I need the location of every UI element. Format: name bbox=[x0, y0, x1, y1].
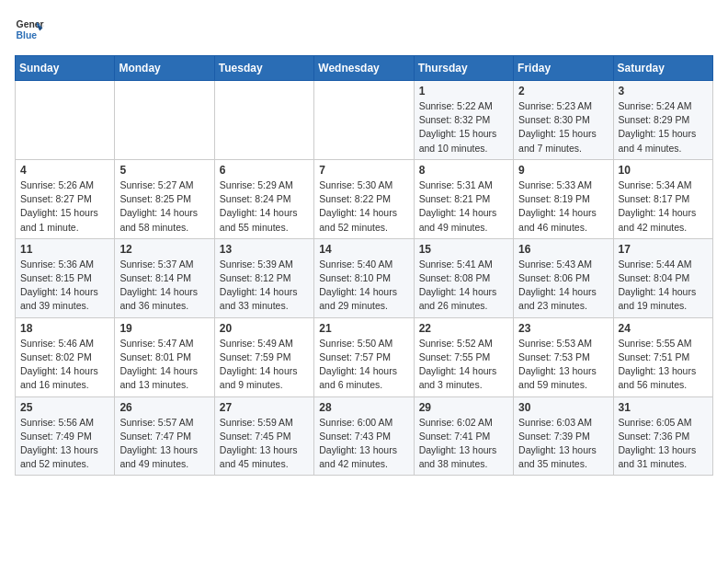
page-header: General Blue bbox=[15, 15, 713, 44]
calendar-week-4: 18Sunrise: 5:46 AM Sunset: 8:02 PM Dayli… bbox=[16, 317, 713, 396]
day-info: Sunrise: 5:22 AM Sunset: 8:32 PM Dayligh… bbox=[419, 99, 508, 155]
day-number: 26 bbox=[119, 401, 209, 414]
day-info: Sunrise: 5:37 AM Sunset: 8:14 PM Dayligh… bbox=[119, 258, 209, 314]
day-number: 25 bbox=[20, 401, 109, 414]
calendar-cell bbox=[16, 81, 115, 160]
calendar-cell: 16Sunrise: 5:43 AM Sunset: 8:06 PM Dayli… bbox=[514, 238, 613, 317]
day-number: 21 bbox=[319, 322, 408, 335]
calendar-cell: 31Sunrise: 6:05 AM Sunset: 7:36 PM Dayli… bbox=[613, 396, 712, 476]
weekday-header-saturday: Saturday bbox=[613, 56, 712, 81]
day-info: Sunrise: 5:24 AM Sunset: 8:29 PM Dayligh… bbox=[619, 99, 708, 155]
calendar-cell: 19Sunrise: 5:47 AM Sunset: 8:01 PM Dayli… bbox=[115, 317, 214, 396]
logo: General Blue bbox=[15, 15, 48, 44]
calendar-cell: 13Sunrise: 5:39 AM Sunset: 8:12 PM Dayli… bbox=[214, 238, 313, 317]
calendar-cell: 18Sunrise: 5:46 AM Sunset: 8:02 PM Dayli… bbox=[16, 317, 115, 396]
weekday-header-monday: Monday bbox=[115, 56, 214, 81]
day-number: 6 bbox=[220, 164, 309, 177]
weekday-header-wednesday: Wednesday bbox=[314, 56, 414, 81]
day-number: 28 bbox=[319, 401, 408, 414]
calendar-cell: 9Sunrise: 5:33 AM Sunset: 8:19 PM Daylig… bbox=[514, 159, 613, 238]
day-number: 2 bbox=[518, 85, 608, 98]
day-number: 4 bbox=[20, 164, 109, 177]
calendar-cell: 10Sunrise: 5:34 AM Sunset: 8:17 PM Dayli… bbox=[613, 159, 712, 238]
calendar-cell: 26Sunrise: 5:57 AM Sunset: 7:47 PM Dayli… bbox=[115, 396, 214, 476]
day-info: Sunrise: 5:41 AM Sunset: 8:08 PM Dayligh… bbox=[419, 258, 508, 314]
calendar-cell: 4Sunrise: 5:26 AM Sunset: 8:27 PM Daylig… bbox=[16, 159, 115, 238]
day-info: Sunrise: 5:33 AM Sunset: 8:19 PM Dayligh… bbox=[518, 178, 608, 235]
day-info: Sunrise: 5:31 AM Sunset: 8:21 PM Dayligh… bbox=[419, 178, 508, 235]
day-info: Sunrise: 5:46 AM Sunset: 8:02 PM Dayligh… bbox=[20, 337, 109, 393]
day-info: Sunrise: 5:47 AM Sunset: 8:01 PM Dayligh… bbox=[119, 337, 209, 393]
day-number: 22 bbox=[419, 322, 508, 335]
day-number: 9 bbox=[518, 164, 608, 177]
calendar-cell: 30Sunrise: 6:03 AM Sunset: 7:39 PM Dayli… bbox=[514, 396, 613, 476]
weekday-header-tuesday: Tuesday bbox=[214, 56, 313, 81]
day-info: Sunrise: 5:55 AM Sunset: 7:51 PM Dayligh… bbox=[619, 337, 708, 393]
calendar-cell: 3Sunrise: 5:24 AM Sunset: 8:29 PM Daylig… bbox=[613, 81, 712, 160]
calendar-cell: 1Sunrise: 5:22 AM Sunset: 8:32 PM Daylig… bbox=[414, 81, 513, 160]
weekday-header-row: SundayMondayTuesdayWednesdayThursdayFrid… bbox=[16, 56, 713, 81]
day-info: Sunrise: 5:43 AM Sunset: 8:06 PM Dayligh… bbox=[518, 258, 608, 314]
day-info: Sunrise: 5:39 AM Sunset: 8:12 PM Dayligh… bbox=[220, 258, 309, 314]
day-number: 27 bbox=[220, 401, 309, 414]
day-number: 11 bbox=[20, 243, 109, 256]
weekday-header-thursday: Thursday bbox=[414, 56, 513, 81]
calendar-cell: 17Sunrise: 5:44 AM Sunset: 8:04 PM Dayli… bbox=[613, 238, 712, 317]
day-number: 30 bbox=[518, 401, 608, 414]
day-info: Sunrise: 5:34 AM Sunset: 8:17 PM Dayligh… bbox=[619, 178, 708, 235]
day-number: 19 bbox=[119, 322, 209, 335]
calendar-cell bbox=[214, 81, 313, 160]
day-info: Sunrise: 6:05 AM Sunset: 7:36 PM Dayligh… bbox=[619, 416, 708, 472]
calendar-cell: 8Sunrise: 5:31 AM Sunset: 8:21 PM Daylig… bbox=[414, 159, 513, 238]
calendar-cell: 23Sunrise: 5:53 AM Sunset: 7:53 PM Dayli… bbox=[514, 317, 613, 396]
day-number: 10 bbox=[619, 164, 708, 177]
calendar-cell: 11Sunrise: 5:36 AM Sunset: 8:15 PM Dayli… bbox=[16, 238, 115, 317]
day-info: Sunrise: 5:57 AM Sunset: 7:47 PM Dayligh… bbox=[119, 416, 209, 472]
calendar-cell: 20Sunrise: 5:49 AM Sunset: 7:59 PM Dayli… bbox=[214, 317, 313, 396]
day-info: Sunrise: 5:50 AM Sunset: 7:57 PM Dayligh… bbox=[319, 337, 408, 393]
day-number: 7 bbox=[319, 164, 408, 177]
day-info: Sunrise: 5:56 AM Sunset: 7:49 PM Dayligh… bbox=[20, 416, 109, 472]
calendar-table: SundayMondayTuesdayWednesdayThursdayFrid… bbox=[15, 55, 713, 476]
calendar-week-1: 1Sunrise: 5:22 AM Sunset: 8:32 PM Daylig… bbox=[16, 81, 713, 160]
day-number: 12 bbox=[119, 243, 209, 256]
day-info: Sunrise: 5:27 AM Sunset: 8:25 PM Dayligh… bbox=[119, 178, 209, 235]
day-number: 1 bbox=[419, 85, 508, 98]
calendar-week-3: 11Sunrise: 5:36 AM Sunset: 8:15 PM Dayli… bbox=[16, 238, 713, 317]
day-info: Sunrise: 6:03 AM Sunset: 7:39 PM Dayligh… bbox=[518, 416, 608, 472]
calendar-cell: 14Sunrise: 5:40 AM Sunset: 8:10 PM Dayli… bbox=[314, 238, 414, 317]
day-info: Sunrise: 5:53 AM Sunset: 7:53 PM Dayligh… bbox=[518, 337, 608, 393]
calendar-cell bbox=[314, 81, 414, 160]
day-number: 16 bbox=[518, 243, 608, 256]
day-info: Sunrise: 5:49 AM Sunset: 7:59 PM Dayligh… bbox=[220, 337, 309, 393]
calendar-week-2: 4Sunrise: 5:26 AM Sunset: 8:27 PM Daylig… bbox=[16, 159, 713, 238]
day-info: Sunrise: 5:30 AM Sunset: 8:22 PM Dayligh… bbox=[319, 178, 408, 235]
weekday-header-sunday: Sunday bbox=[16, 56, 115, 81]
calendar-cell: 22Sunrise: 5:52 AM Sunset: 7:55 PM Dayli… bbox=[414, 317, 513, 396]
calendar-cell: 29Sunrise: 6:02 AM Sunset: 7:41 PM Dayli… bbox=[414, 396, 513, 476]
svg-text:Blue: Blue bbox=[17, 30, 38, 40]
calendar-cell: 2Sunrise: 5:23 AM Sunset: 8:30 PM Daylig… bbox=[514, 81, 613, 160]
day-number: 31 bbox=[619, 401, 708, 414]
calendar-week-5: 25Sunrise: 5:56 AM Sunset: 7:49 PM Dayli… bbox=[16, 396, 713, 476]
day-info: Sunrise: 5:44 AM Sunset: 8:04 PM Dayligh… bbox=[619, 258, 708, 314]
day-number: 18 bbox=[20, 322, 109, 335]
calendar-cell: 5Sunrise: 5:27 AM Sunset: 8:25 PM Daylig… bbox=[115, 159, 214, 238]
day-number: 13 bbox=[220, 243, 309, 256]
day-info: Sunrise: 5:26 AM Sunset: 8:27 PM Dayligh… bbox=[20, 178, 109, 235]
day-number: 29 bbox=[419, 401, 508, 414]
day-number: 15 bbox=[419, 243, 508, 256]
day-number: 5 bbox=[119, 164, 209, 177]
day-info: Sunrise: 5:52 AM Sunset: 7:55 PM Dayligh… bbox=[419, 337, 508, 393]
calendar-cell: 27Sunrise: 5:59 AM Sunset: 7:45 PM Dayli… bbox=[214, 396, 313, 476]
calendar-cell: 6Sunrise: 5:29 AM Sunset: 8:24 PM Daylig… bbox=[214, 159, 313, 238]
calendar-cell: 15Sunrise: 5:41 AM Sunset: 8:08 PM Dayli… bbox=[414, 238, 513, 317]
weekday-header-friday: Friday bbox=[514, 56, 613, 81]
calendar-cell: 21Sunrise: 5:50 AM Sunset: 7:57 PM Dayli… bbox=[314, 317, 414, 396]
day-number: 3 bbox=[619, 85, 708, 98]
day-info: Sunrise: 6:02 AM Sunset: 7:41 PM Dayligh… bbox=[419, 416, 508, 472]
day-number: 20 bbox=[220, 322, 309, 335]
day-info: Sunrise: 5:29 AM Sunset: 8:24 PM Dayligh… bbox=[220, 178, 309, 235]
calendar-cell: 24Sunrise: 5:55 AM Sunset: 7:51 PM Dayli… bbox=[613, 317, 712, 396]
calendar-cell: 7Sunrise: 5:30 AM Sunset: 8:22 PM Daylig… bbox=[314, 159, 414, 238]
